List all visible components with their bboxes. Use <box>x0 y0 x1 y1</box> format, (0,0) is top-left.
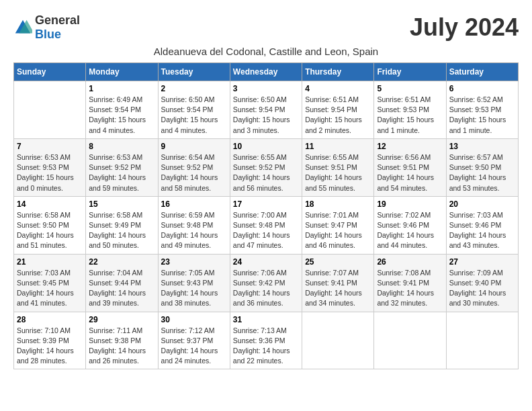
day-number: 18 <box>305 199 371 209</box>
day-info: Sunrise: 6:51 AMSunset: 9:54 PMDaylight:… <box>305 95 371 136</box>
day-info: Sunrise: 7:10 AMSunset: 9:39 PMDaylight:… <box>17 326 83 367</box>
day-cell <box>302 312 374 369</box>
day-number: 21 <box>17 257 83 267</box>
day-cell: 18Sunrise: 7:01 AMSunset: 9:47 PMDayligh… <box>302 196 374 254</box>
logo-text: General Blue <box>35 13 80 42</box>
day-number: 25 <box>305 257 371 267</box>
day-number: 31 <box>233 315 299 324</box>
day-info: Sunrise: 7:13 AMSunset: 9:36 PMDaylight:… <box>233 326 299 367</box>
weekday-header-thursday: Thursday <box>302 63 374 81</box>
day-cell <box>14 81 86 139</box>
day-info: Sunrise: 7:07 AMSunset: 9:41 PMDaylight:… <box>305 268 371 309</box>
day-number: 17 <box>233 199 299 209</box>
day-cell: 13Sunrise: 6:57 AMSunset: 9:50 PMDayligh… <box>446 138 518 196</box>
day-cell: 15Sunrise: 6:58 AMSunset: 9:49 PMDayligh… <box>86 196 158 254</box>
day-cell: 17Sunrise: 7:00 AMSunset: 9:48 PMDayligh… <box>230 196 302 254</box>
day-number: 10 <box>233 142 299 151</box>
day-cell: 7Sunrise: 6:53 AMSunset: 9:53 PMDaylight… <box>14 138 86 196</box>
day-number: 11 <box>305 142 371 151</box>
day-number: 7 <box>17 142 83 151</box>
day-cell <box>446 312 518 369</box>
day-info: Sunrise: 6:55 AMSunset: 9:51 PMDaylight:… <box>305 152 371 193</box>
day-cell: 30Sunrise: 7:12 AMSunset: 9:37 PMDayligh… <box>158 312 230 369</box>
day-cell: 25Sunrise: 7:07 AMSunset: 9:41 PMDayligh… <box>302 254 374 312</box>
week-row-3: 14Sunrise: 6:58 AMSunset: 9:50 PMDayligh… <box>14 196 519 254</box>
logo-icon <box>13 18 32 37</box>
weekday-header-row: SundayMondayTuesdayWednesdayThursdayFrid… <box>14 63 519 81</box>
logo: General Blue <box>13 13 80 42</box>
day-info: Sunrise: 6:58 AMSunset: 9:50 PMDaylight:… <box>17 210 83 251</box>
day-info: Sunrise: 7:02 AMSunset: 9:46 PMDaylight:… <box>377 210 443 251</box>
day-number: 14 <box>17 199 83 209</box>
day-info: Sunrise: 6:54 AMSunset: 9:52 PMDaylight:… <box>161 152 227 193</box>
day-number: 23 <box>161 257 227 267</box>
day-number: 6 <box>449 84 515 93</box>
day-number: 5 <box>377 84 443 93</box>
day-cell: 5Sunrise: 6:51 AMSunset: 9:53 PMDaylight… <box>374 81 446 139</box>
day-number: 13 <box>449 142 515 151</box>
day-info: Sunrise: 7:05 AMSunset: 9:43 PMDaylight:… <box>161 268 227 309</box>
weekday-header-saturday: Saturday <box>446 63 518 81</box>
day-cell: 1Sunrise: 6:49 AMSunset: 9:54 PMDaylight… <box>86 81 158 139</box>
day-cell: 10Sunrise: 6:55 AMSunset: 9:52 PMDayligh… <box>230 138 302 196</box>
day-info: Sunrise: 6:49 AMSunset: 9:54 PMDaylight:… <box>89 95 154 136</box>
day-cell: 6Sunrise: 6:52 AMSunset: 9:53 PMDaylight… <box>446 81 518 139</box>
day-number: 3 <box>233 84 299 93</box>
day-info: Sunrise: 6:53 AMSunset: 9:53 PMDaylight:… <box>17 152 83 193</box>
weekday-header-wednesday: Wednesday <box>230 63 302 81</box>
day-number: 29 <box>89 315 154 324</box>
subtitle: Aldeanueva del Codonal, Castille and Leo… <box>13 46 519 57</box>
day-number: 15 <box>89 199 154 209</box>
day-number: 12 <box>377 142 443 151</box>
header: General Blue July 2024 <box>13 13 519 42</box>
day-cell: 2Sunrise: 6:50 AMSunset: 9:54 PMDaylight… <box>158 81 230 139</box>
day-cell: 20Sunrise: 7:03 AMSunset: 9:46 PMDayligh… <box>446 196 518 254</box>
day-number: 16 <box>161 199 227 209</box>
day-info: Sunrise: 7:03 AMSunset: 9:46 PMDaylight:… <box>449 210 515 251</box>
day-cell: 28Sunrise: 7:10 AMSunset: 9:39 PMDayligh… <box>14 312 86 369</box>
day-info: Sunrise: 6:53 AMSunset: 9:52 PMDaylight:… <box>89 152 154 193</box>
day-number: 30 <box>161 315 227 324</box>
day-info: Sunrise: 6:59 AMSunset: 9:48 PMDaylight:… <box>161 210 227 251</box>
month-title: July 2024 <box>410 13 519 42</box>
weekday-header-tuesday: Tuesday <box>158 63 230 81</box>
day-info: Sunrise: 6:51 AMSunset: 9:53 PMDaylight:… <box>377 95 443 136</box>
week-row-1: 1Sunrise: 6:49 AMSunset: 9:54 PMDaylight… <box>14 81 519 139</box>
day-number: 2 <box>161 84 227 93</box>
day-cell: 19Sunrise: 7:02 AMSunset: 9:46 PMDayligh… <box>374 196 446 254</box>
day-info: Sunrise: 6:58 AMSunset: 9:49 PMDaylight:… <box>89 210 154 251</box>
week-row-4: 21Sunrise: 7:03 AMSunset: 9:45 PMDayligh… <box>14 254 519 312</box>
day-info: Sunrise: 7:00 AMSunset: 9:48 PMDaylight:… <box>233 210 299 251</box>
day-cell: 22Sunrise: 7:04 AMSunset: 9:44 PMDayligh… <box>86 254 158 312</box>
day-number: 28 <box>17 315 83 324</box>
day-info: Sunrise: 6:57 AMSunset: 9:50 PMDaylight:… <box>449 152 515 193</box>
day-cell: 27Sunrise: 7:09 AMSunset: 9:40 PMDayligh… <box>446 254 518 312</box>
day-cell <box>374 312 446 369</box>
day-info: Sunrise: 6:52 AMSunset: 9:53 PMDaylight:… <box>449 95 515 136</box>
day-number: 24 <box>233 257 299 267</box>
day-info: Sunrise: 6:55 AMSunset: 9:52 PMDaylight:… <box>233 152 299 193</box>
day-cell: 31Sunrise: 7:13 AMSunset: 9:36 PMDayligh… <box>230 312 302 369</box>
day-cell: 29Sunrise: 7:11 AMSunset: 9:38 PMDayligh… <box>86 312 158 369</box>
weekday-header-friday: Friday <box>374 63 446 81</box>
weekday-header-sunday: Sunday <box>14 63 86 81</box>
day-cell: 26Sunrise: 7:08 AMSunset: 9:41 PMDayligh… <box>374 254 446 312</box>
weekday-header-monday: Monday <box>86 63 158 81</box>
day-number: 27 <box>449 257 515 267</box>
logo-general: General <box>35 13 80 27</box>
day-cell: 3Sunrise: 6:50 AMSunset: 9:54 PMDaylight… <box>230 81 302 139</box>
day-info: Sunrise: 7:11 AMSunset: 9:38 PMDaylight:… <box>89 326 154 367</box>
day-number: 4 <box>305 84 371 93</box>
day-info: Sunrise: 7:08 AMSunset: 9:41 PMDaylight:… <box>377 268 443 309</box>
day-info: Sunrise: 7:06 AMSunset: 9:42 PMDaylight:… <box>233 268 299 309</box>
day-cell: 21Sunrise: 7:03 AMSunset: 9:45 PMDayligh… <box>14 254 86 312</box>
day-number: 19 <box>377 199 443 209</box>
day-number: 22 <box>89 257 154 267</box>
day-number: 9 <box>161 142 227 151</box>
day-number: 1 <box>89 84 154 93</box>
day-cell: 11Sunrise: 6:55 AMSunset: 9:51 PMDayligh… <box>302 138 374 196</box>
day-cell: 12Sunrise: 6:56 AMSunset: 9:51 PMDayligh… <box>374 138 446 196</box>
day-info: Sunrise: 7:03 AMSunset: 9:45 PMDaylight:… <box>17 268 83 309</box>
day-info: Sunrise: 7:04 AMSunset: 9:44 PMDaylight:… <box>89 268 154 309</box>
day-cell: 23Sunrise: 7:05 AMSunset: 9:43 PMDayligh… <box>158 254 230 312</box>
